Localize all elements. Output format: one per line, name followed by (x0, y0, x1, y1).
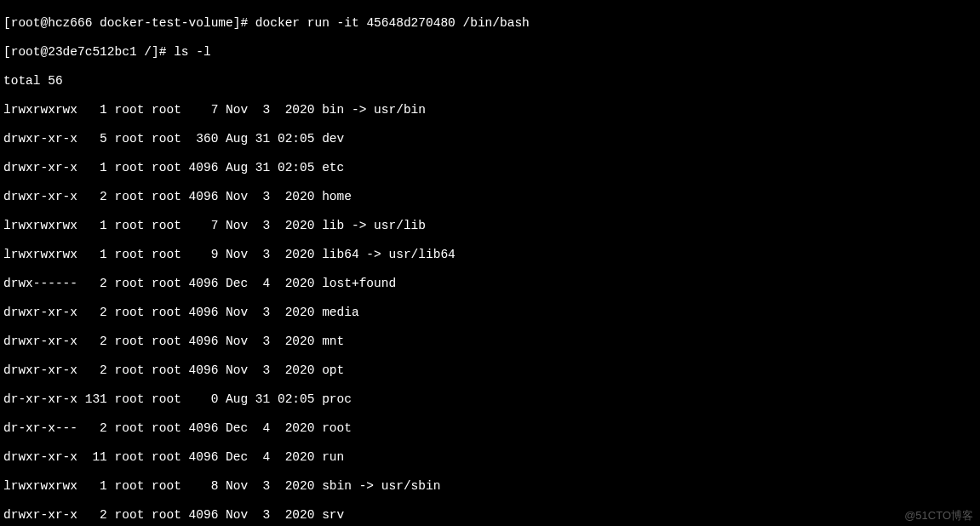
line-total: total 56 (3, 74, 977, 89)
ls-entry: drwxr-xr-x 11 root root 4096 Dec 4 2020 … (3, 450, 977, 465)
ls-entry: drwx------ 2 root root 4096 Dec 4 2020 l… (3, 277, 977, 291)
ls-entry: drwxr-xr-x 1 root root 4096 Aug 31 02:05… (3, 161, 977, 175)
ls-entry: drwxr-xr-x 2 root root 4096 Nov 3 2020 m… (3, 306, 977, 320)
ls-entry: lrwxrwxrwx 1 root root 7 Nov 3 2020 bin … (3, 103, 977, 117)
watermark-text: @51CTO博客 (904, 508, 973, 523)
ls-entry: drwxr-xr-x 2 root root 4096 Nov 3 2020 m… (3, 334, 977, 349)
cmd-ls: ls -l (174, 45, 211, 59)
ls-entry: dr-xr-xr-x 131 root root 0 Aug 31 02:05 … (3, 392, 977, 407)
ls-entry: dr-xr-x--- 2 root root 4096 Dec 4 2020 r… (3, 421, 977, 436)
line-ls-cmd: [root@23de7c512bc1 /]# ls -l (3, 45, 977, 60)
prompt-container: [root@23de7c512bc1 /]# (3, 45, 174, 59)
terminal[interactable]: [root@hcz666 docker-test-volume]# docker… (0, 0, 980, 526)
cmd-docker-run: docker run -it 45648d270480 /bin/bash (255, 16, 530, 30)
ls-entry: lrwxrwxrwx 1 root root 8 Nov 3 2020 sbin… (3, 479, 977, 494)
line-host-cmd: [root@hcz666 docker-test-volume]# docker… (3, 16, 977, 31)
ls-entry: lrwxrwxrwx 1 root root 9 Nov 3 2020 lib6… (3, 248, 977, 262)
ls-entry: drwxr-xr-x 2 root root 4096 Nov 3 2020 s… (3, 508, 977, 523)
ls-entry: drwxr-xr-x 2 root root 4096 Nov 3 2020 h… (3, 190, 977, 204)
ls-entry: lrwxrwxrwx 1 root root 7 Nov 3 2020 lib … (3, 219, 977, 233)
ls-entry: drwxr-xr-x 5 root root 360 Aug 31 02:05 … (3, 132, 977, 146)
prompt-host: [root@hcz666 docker-test-volume]# (3, 16, 255, 30)
ls-entry: drwxr-xr-x 2 root root 4096 Nov 3 2020 o… (3, 363, 977, 378)
